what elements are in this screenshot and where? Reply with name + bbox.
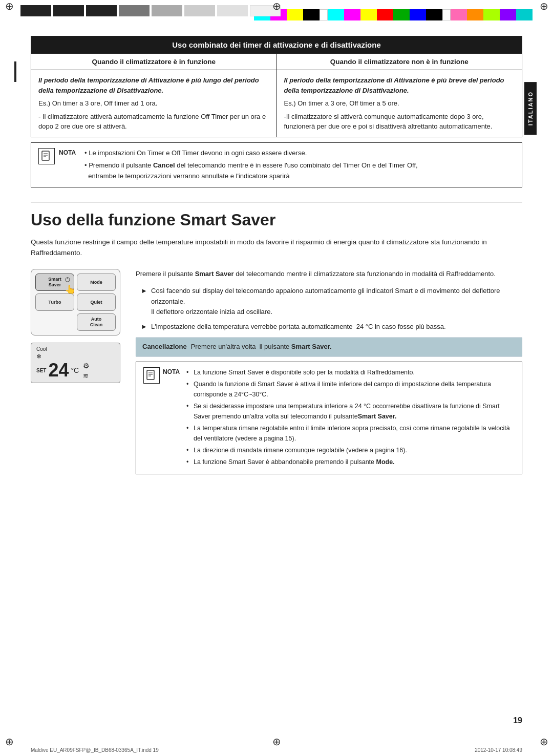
color-red	[377, 9, 393, 20]
arrow-icon-1: ►	[141, 286, 148, 297]
color-bar	[254, 9, 533, 20]
wind-icon: ≋	[83, 372, 90, 380]
temp-row: SET 24 °C ⚙ ≋	[36, 361, 115, 380]
power-icon	[65, 276, 71, 282]
note-item-3: Se si desiderasse impostare una temperat…	[186, 401, 515, 422]
black-bar-top	[20, 5, 281, 16]
mode-button[interactable]: Mode	[77, 274, 116, 291]
remote-grid: SmartSaver 👆 Mode	[35, 274, 116, 331]
color-black	[303, 9, 320, 20]
color-blue	[410, 9, 426, 20]
color-gap	[320, 9, 328, 20]
cool-label: Cool	[36, 346, 115, 352]
smart-saver-main-para: Premere il pulsante Smart Saver del tele…	[136, 269, 522, 280]
arrow-icon-2: ►	[141, 322, 148, 332]
table-content-row: Il periodo della temporizzazione di Atti…	[31, 70, 522, 137]
reg-mark-top-right: ⊕	[539, 1, 549, 11]
color-cyan2	[328, 9, 344, 20]
cancellazione-bar: Cancellazione Premere un'altra volta il …	[136, 338, 522, 356]
display-icons: ⚙ ≋	[83, 362, 90, 380]
reg-mark-top-left: ⊕	[4, 1, 14, 11]
auto-clean-button[interactable]: AutoClean	[77, 313, 116, 331]
note-item-1: • Le impostazioni On Timer e Off Timer d…	[84, 148, 418, 159]
note-icon	[38, 148, 55, 164]
col1-italic: Il periodo della temporizzazione di Atti…	[38, 75, 269, 95]
table-header-row: Uso combinato dei timer di attivazione e…	[31, 36, 522, 54]
note-content: • Le impostazioni On Timer e Off Timer d…	[84, 148, 418, 182]
black-block-2	[53, 5, 84, 16]
degree-c-label: °C	[71, 366, 79, 374]
col2-header: Quando il climatizzatore non è in funzio…	[276, 54, 522, 70]
reg-mark-top-center: ⊕	[271, 1, 282, 11]
bottom-note-box: NOTA La funzione Smart Saver è disponibi…	[136, 362, 522, 474]
color-orange	[467, 9, 483, 20]
cancellazione-label: Cancellazione	[142, 342, 187, 352]
arrow-text-2: L'impostazione della temperatura verrebb…	[151, 322, 446, 332]
table-main-header: Uso combinato dei timer di attivazione e…	[31, 36, 522, 54]
left-accent-bar	[14, 61, 16, 82]
black-block-1	[20, 5, 51, 16]
bottom-note-doc-icon	[145, 369, 158, 382]
quiet-button[interactable]: Quiet	[77, 293, 116, 311]
col2-example: Es.) On timer a 3 ore, Off timer a 5 ore…	[284, 98, 515, 109]
note-item-6: La funzione Smart Saver è abbandonabile …	[186, 457, 515, 467]
italiano-side-tab: ITALIANO	[524, 82, 537, 135]
remote-panel: SmartSaver 👆 Mode	[31, 269, 120, 335]
col2-content: Il periodo della temporizzazione di Atti…	[276, 70, 522, 137]
note-item-5: La direzione di mandata rimane comunque …	[186, 445, 515, 455]
color-yellow	[287, 9, 303, 20]
main-content: Uso combinato dei timer di attivazione e…	[31, 31, 522, 736]
color-magenta2	[344, 9, 360, 20]
col1-text: - Il climatizzatore attiverà automaticam…	[38, 112, 269, 132]
note-item-2: Quando la funzione di Smart Saver è atti…	[186, 379, 515, 400]
footer-left: Maldive EU_AR09FSFP@_IB_DB68-03365A_IT.i…	[31, 747, 159, 753]
note-box: NOTA • Le impostazioni On Timer e Off Ti…	[31, 142, 522, 187]
color-pink	[451, 9, 467, 20]
footer-right: 2012-10-17 10:08:49	[475, 747, 522, 753]
smart-saver-main-content: SmartSaver 👆 Mode	[31, 269, 522, 474]
col1-header: Quando il climatizzatore è in funzione	[31, 54, 277, 70]
arrow-text-1: Così facendo sul display del telecomando…	[151, 286, 522, 318]
smart-saver-title: Uso della funzione Smart Saver	[31, 211, 522, 229]
col2-italic: Il periodo della temporizzazione di Atti…	[284, 75, 515, 95]
table-subheader-row: Quando il climatizzatore è in funzione Q…	[31, 54, 522, 70]
bottom-note-items: La funzione Smart Saver è disponibile so…	[186, 367, 515, 469]
snowflake-icon: ❄	[36, 353, 115, 360]
reg-mark-bottom-left: ⊕	[4, 737, 14, 747]
fan-icon: ⚙	[83, 362, 90, 370]
reg-mark-bottom-right: ⊕	[539, 737, 549, 747]
black-block-5	[152, 5, 182, 16]
bottom-note-icon	[143, 367, 160, 384]
color-gap2	[442, 9, 451, 20]
note-document-icon	[40, 150, 53, 162]
smart-saver-text: Premere il pulsante Smart Saver del tele…	[136, 269, 522, 474]
cancellazione-text: Premere un'altra volta il pulsante Smart…	[191, 342, 332, 352]
col1-content: Il periodo della temporizzazione di Atti…	[31, 70, 277, 137]
color-purple	[500, 9, 516, 20]
black-block-7	[217, 5, 248, 16]
color-green	[393, 9, 410, 20]
bottom-nota-label: NOTA	[163, 367, 181, 377]
smart-saver-button[interactable]: SmartSaver 👆	[35, 274, 74, 291]
temperature-display: 24	[48, 361, 69, 380]
color-teal	[516, 9, 533, 20]
set-label: SET	[36, 368, 46, 373]
arrow-item-1: ► Così facendo sul display del telecoman…	[141, 286, 522, 318]
note-item-1: La funzione Smart Saver è disponibile so…	[186, 367, 515, 377]
section-divider	[31, 202, 522, 202]
svg-rect-6	[147, 370, 154, 380]
reg-mark-bottom-center: ⊕	[271, 737, 282, 747]
color-yellow2	[360, 9, 377, 20]
arrow-item-2: ► L'impostazione della temperatura verre…	[141, 322, 522, 332]
color-lime	[483, 9, 500, 20]
timer-table: Uso combinato dei timer di attivazione e…	[31, 36, 522, 137]
page-number: 19	[513, 716, 522, 725]
black-block-4	[119, 5, 150, 16]
black-block-3	[86, 5, 117, 16]
display-panel: Cool ❄ SET 24 °C ⚙ ≋	[31, 343, 120, 383]
black-block-6	[184, 5, 215, 16]
svg-rect-0	[42, 151, 49, 160]
nota-label: NOTA	[59, 148, 77, 158]
turbo-button[interactable]: Turbo	[35, 293, 74, 311]
note-item-4: La temperatura rimane regolabile entro i…	[186, 423, 515, 444]
